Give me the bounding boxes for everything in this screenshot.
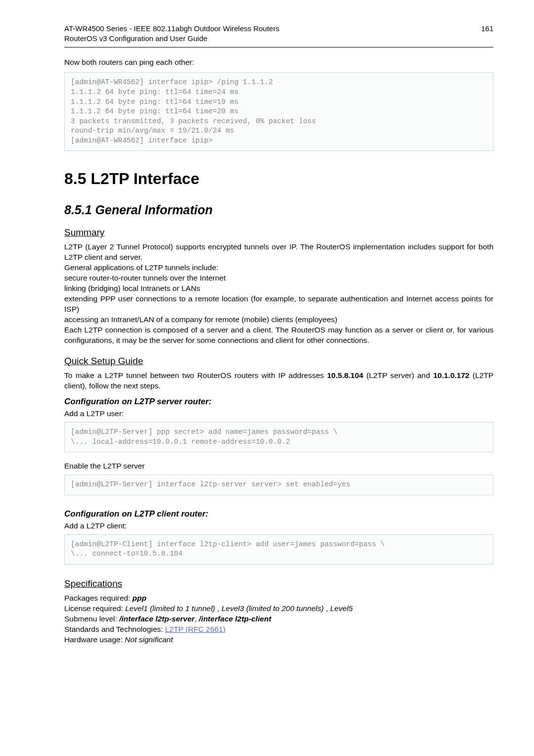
specs-l4a: Standards and Technologies: xyxy=(64,625,165,633)
code-block-add-user: [admin@L2TP-Server] ppp secret> add name… xyxy=(64,422,493,452)
specs-packages: Packages required: ppp xyxy=(64,593,493,604)
specs-l4b-link[interactable]: L2TP (RFC 2661) xyxy=(165,625,225,633)
summary-p7: Each L2TP connection is composed of a se… xyxy=(64,325,493,346)
summary-p2: General applications of L2TP tunnels inc… xyxy=(64,263,493,273)
specs-submenu: Submenu level: /interface l2tp-server, /… xyxy=(64,614,493,624)
heading-l2tp-interface: 8.5 L2TP Interface xyxy=(64,170,493,188)
specs-l1b: ppp xyxy=(133,594,146,602)
specs-l3c: , xyxy=(195,614,199,623)
summary-p3: secure router-to-router tunnels over the… xyxy=(64,273,493,284)
quick-ip2: 10.1.0.172 xyxy=(433,371,469,379)
enable-server-line: Enable the L2TP server xyxy=(64,461,493,472)
specs-l2c: , xyxy=(215,604,222,613)
header-pagenum: 161 xyxy=(481,24,493,44)
specs-l5a: Hardware usage: xyxy=(64,635,125,644)
summary-p5: extending PPP user connections to a remo… xyxy=(64,294,493,315)
quick-ip1: 10.5.8.104 xyxy=(327,371,363,379)
heading-summary: Summary xyxy=(64,227,493,238)
summary-p6: accessing an Intranet/LAN of a company f… xyxy=(64,315,493,325)
specs-hardware: Hardware usage: Not significant xyxy=(64,635,493,645)
header-rule xyxy=(64,47,493,47)
heading-general-information: 8.5.1 General Information xyxy=(64,203,493,217)
code-block-enable-server: [admin@L2TP-Server] interface l2tp-serve… xyxy=(64,474,493,495)
config-server-line: Add a L2TP user: xyxy=(64,409,493,419)
specs-l2f: Level5 xyxy=(330,604,353,613)
summary-p4: linking (bridging) local Intranets or LA… xyxy=(64,284,493,294)
specs-l2b: Level1 (limited to 1 tunnel) xyxy=(125,604,215,613)
specs-license: License required: Level1 (limited to 1 t… xyxy=(64,604,493,614)
specs-l5b: Not significant xyxy=(125,635,173,644)
specs-l2d: Level3 (limited to 200 tunnels) xyxy=(222,604,324,613)
heading-specifications: Specifications xyxy=(64,578,493,589)
specs-l3b: /interface l2tp-server xyxy=(119,614,195,623)
header-line1: AT-WR4500 Series - IEEE 802.11abgh Outdo… xyxy=(64,24,279,33)
heading-config-client: Configuration on L2TP client router: xyxy=(64,509,493,519)
specs-l2e: , xyxy=(324,604,330,613)
heading-config-server: Configuration on L2TP server router: xyxy=(64,397,493,407)
code-block-ping: [admin@AT-WR4562] interface ipip> /ping … xyxy=(64,72,493,151)
specs-l3d: /interface l2tp-client xyxy=(199,614,271,623)
page: AT-WR4500 Series - IEEE 802.11abgh Outdo… xyxy=(0,0,534,669)
quick-p1: To make a L2TP tunnel between two Router… xyxy=(64,371,493,391)
quick-p1a: To make a L2TP tunnel between two Router… xyxy=(64,371,327,379)
header-left: AT-WR4500 Series - IEEE 802.11abgh Outdo… xyxy=(64,24,279,44)
header-line2: RouterOS v3 Configuration and User Guide xyxy=(64,34,207,43)
config-client-line: Add a L2TP client: xyxy=(64,521,493,531)
specs-l1a: Packages required: xyxy=(64,594,133,602)
specs-standards: Standards and Technologies: L2TP (RFC 26… xyxy=(64,624,493,635)
specs-l2a: License required: xyxy=(64,604,125,613)
page-header: AT-WR4500 Series - IEEE 802.11abgh Outdo… xyxy=(64,24,493,44)
quick-p1b: (L2TP server) and xyxy=(363,371,433,379)
summary-p1: L2TP (Layer 2 Tunnel Protocol) supports … xyxy=(64,242,493,263)
specs-l3a: Submenu level: xyxy=(64,614,119,623)
code-block-add-client: [admin@L2TP-Client] interface l2tp-clien… xyxy=(64,534,493,565)
heading-quick-setup: Quick Setup Guide xyxy=(64,356,493,367)
intro-line: Now both routers can ping each other: xyxy=(64,57,493,68)
